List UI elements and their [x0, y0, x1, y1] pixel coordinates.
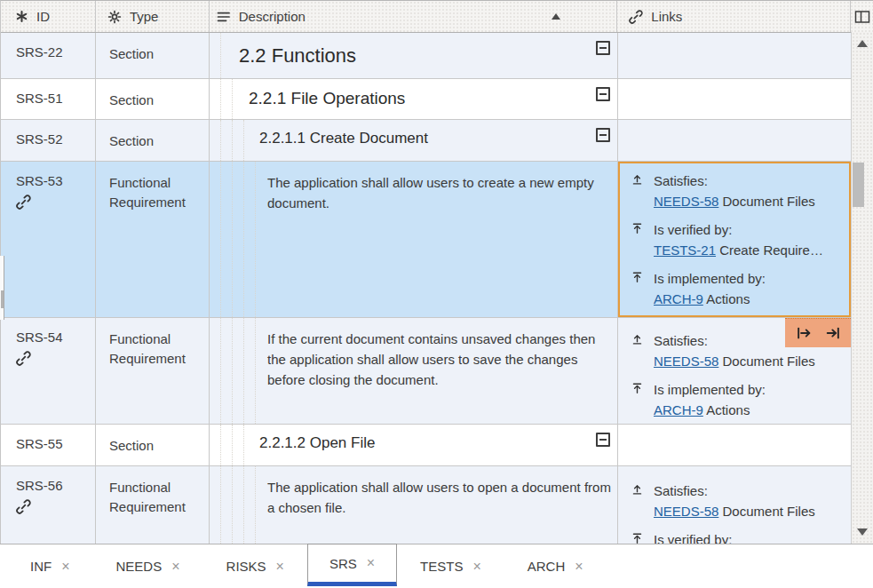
links-cell[interactable]: Satisfies: NEEDS-58 Document Files Is im… [618, 318, 852, 424]
split-columns-icon [854, 10, 870, 24]
indent-guide [220, 120, 221, 161]
close-tab-icon[interactable]: × [61, 559, 69, 575]
document-tab-bar: INF × NEEDS × RISKS × SRS × TESTS × ARCH… [0, 544, 873, 588]
link-group: Is verified by: TESTS-21 Create Require… [630, 219, 847, 260]
link-target[interactable]: NEEDS-58 [654, 504, 718, 519]
link-navigation-toolbar [785, 318, 851, 347]
id-cell[interactable]: SRS-51 [1, 79, 96, 119]
link-target-title: Document Files [723, 194, 815, 209]
collapse-section-button[interactable] [596, 433, 610, 447]
link-target-title: Actions [706, 291, 750, 306]
column-header-description[interactable]: Description [210, 1, 618, 32]
column-label-type: Type [130, 9, 159, 24]
arrow-up-from-bar-icon [630, 481, 645, 496]
close-tab-icon[interactable]: × [171, 559, 179, 575]
indent-guide [232, 466, 233, 544]
close-tab-icon[interactable]: × [472, 559, 480, 575]
requirement-type: Section [109, 438, 154, 453]
type-cell[interactable]: Functional Requirement [96, 318, 210, 424]
id-cell[interactable]: SRS-55 [1, 425, 96, 465]
arrow-up-to-bar-icon [630, 379, 645, 394]
vertical-scrollbar[interactable] [851, 32, 873, 544]
table-row: SRS-56 Functional Requirement The applic… [1, 466, 873, 544]
text-lines-icon [217, 10, 231, 24]
requirement-id: SRS-54 [16, 330, 63, 345]
indent-guide [232, 318, 233, 424]
close-tab-icon[interactable]: × [575, 559, 583, 575]
description-cell[interactable]: The application shall allow users to ope… [210, 466, 618, 544]
arrow-right-bar-icon[interactable] [825, 325, 841, 341]
link-target[interactable]: NEEDS-58 [654, 194, 718, 209]
link-target[interactable]: ARCH-9 [654, 291, 703, 306]
section-heading: 2.2.1 File Operations [210, 79, 617, 108]
table-header-row: ID Type Description Links [1, 1, 873, 33]
requirement-id: SRS-56 [16, 478, 63, 493]
section-heading: 2.2.1.1 Create Document [210, 120, 617, 147]
column-settings-button[interactable] [851, 1, 873, 32]
description-cell[interactable]: 2.2.1.2 Open File [210, 425, 618, 465]
tab-label: TESTS [420, 559, 463, 574]
close-tab-icon[interactable]: × [276, 559, 284, 575]
type-cell[interactable]: Section [96, 120, 210, 161]
scrollbar-thumb[interactable] [853, 163, 864, 207]
link-group: Satisfies: NEEDS-58 Document Files [630, 171, 847, 211]
type-cell[interactable]: Section [96, 425, 210, 465]
links-cell[interactable]: Satisfies: NEEDS-58 Document Files Is ve… [618, 466, 852, 544]
link-target-title: Create Require… [719, 242, 823, 258]
bar-arrow-right-icon[interactable] [796, 325, 812, 341]
tab-tests[interactable]: TESTS × [397, 544, 504, 588]
type-cell[interactable]: Section [96, 33, 210, 78]
collapse-section-button[interactable] [596, 41, 610, 55]
link-relation: Is implemented by: [654, 379, 766, 400]
link-target[interactable]: ARCH-9 [654, 402, 703, 417]
column-header-links[interactable]: Links [617, 1, 851, 32]
tab-label: RISKS [226, 559, 266, 574]
links-cell[interactable] [618, 79, 852, 119]
tab-risks[interactable]: RISKS × [203, 544, 307, 588]
tab-srs-active[interactable]: SRS × [307, 544, 397, 586]
link-target[interactable]: TESTS-21 [654, 242, 716, 258]
description-cell[interactable]: 2.2.1 File Operations [210, 79, 618, 119]
indent-guide [220, 425, 221, 465]
links-cell[interactable] [618, 425, 852, 465]
tab-arch[interactable]: ARCH × [504, 544, 607, 588]
description-cell[interactable]: The application shall allow users to cre… [210, 162, 618, 317]
section-heading: 2.2.1.2 Open File [210, 425, 617, 452]
links-cell[interactable] [618, 33, 852, 78]
type-cell[interactable]: Functional Requirement [96, 466, 210, 544]
close-tab-icon[interactable]: × [367, 555, 375, 571]
collapse-section-button[interactable] [596, 87, 610, 101]
tab-needs[interactable]: NEEDS × [93, 544, 203, 588]
chain-link-icon [629, 10, 643, 24]
indent-guide [220, 466, 221, 544]
type-cell[interactable]: Section [96, 79, 210, 119]
collapse-section-button[interactable] [596, 128, 610, 142]
id-cell[interactable]: SRS-56 [1, 466, 96, 544]
column-header-type[interactable]: Type [96, 1, 210, 32]
links-cell-focused[interactable]: Satisfies: NEEDS-58 Document Files Is ve… [618, 162, 852, 317]
tab-label: NEEDS [116, 559, 163, 574]
id-cell[interactable]: SRS-52 [1, 120, 96, 161]
links-cell[interactable] [618, 120, 852, 161]
tab-inf[interactable]: INF × [7, 544, 93, 588]
indent-guide [232, 162, 233, 317]
indent-guide [255, 466, 256, 544]
link-relation: Is implemented by: [654, 268, 766, 289]
type-cell[interactable]: Functional Requirement [96, 162, 210, 317]
link-relation: Is verified by: [654, 219, 823, 240]
arrow-up-from-bar-icon [630, 330, 645, 346]
description-cell[interactable]: 2.2 Functions [210, 33, 618, 78]
description-cell[interactable]: 2.2.1.1 Create Document [210, 120, 618, 161]
indent-guide [220, 162, 221, 317]
id-cell[interactable]: SRS-22 [1, 33, 96, 78]
link-target[interactable]: NEEDS-58 [654, 354, 718, 369]
id-cell[interactable]: SRS-54 [1, 318, 96, 424]
left-panel-splitter[interactable] [0, 256, 4, 320]
description-cell[interactable]: If the current document contains unsaved… [210, 318, 618, 424]
id-cell[interactable]: SRS-53 [1, 162, 96, 317]
scroll-down-arrow-icon[interactable] [857, 528, 868, 536]
requirement-type: Functional Requirement [109, 175, 186, 210]
scroll-up-arrow-icon[interactable] [857, 40, 868, 47]
requirement-type: Section [109, 46, 154, 61]
column-header-id[interactable]: ID [1, 1, 96, 32]
